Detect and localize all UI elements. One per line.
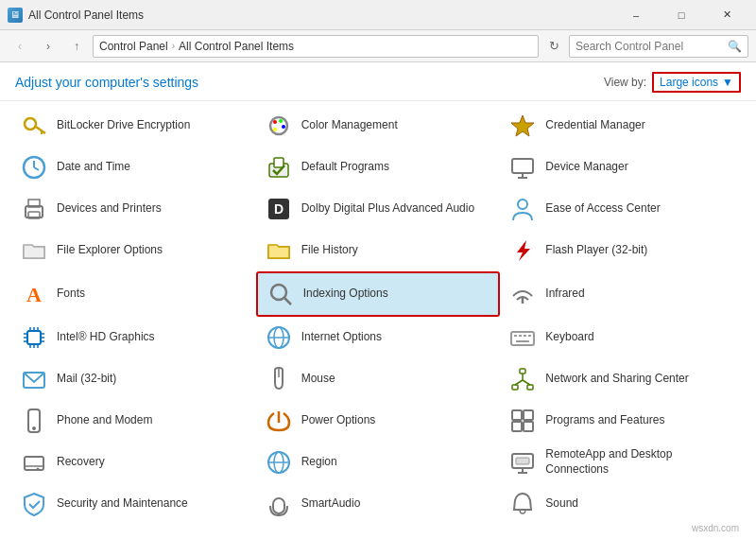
sound-icon (507, 489, 538, 519)
svg-point-4 (273, 120, 277, 124)
list-item[interactable]: Security and Maintenance (11, 483, 256, 525)
svg-rect-54 (527, 385, 533, 390)
svg-line-26 (284, 298, 291, 304)
list-item[interactable]: Internet Options (256, 317, 501, 358)
power-icon (264, 406, 294, 436)
list-item[interactable]: Infrared (500, 271, 745, 317)
items-container: BitLocker Drive EncryptionColor Manageme… (0, 101, 756, 539)
items-grid: BitLocker Drive EncryptionColor Manageme… (11, 105, 745, 525)
remoteapp-icon (507, 447, 538, 478)
breadcrumb-sep-1: › (172, 41, 175, 51)
list-item[interactable]: File Explorer Options (11, 230, 256, 271)
svg-rect-61 (512, 410, 522, 420)
refresh-button[interactable]: ↻ (542, 35, 565, 58)
list-item[interactable]: Sound (500, 483, 745, 525)
list-item[interactable]: Power Options (256, 400, 501, 442)
close-button[interactable]: ✕ (705, 0, 748, 30)
breadcrumb-controlpanel[interactable]: Control Panel (99, 40, 168, 53)
list-item[interactable]: Mail (32-bit) (11, 358, 256, 400)
svg-point-7 (273, 128, 277, 131)
list-item[interactable]: Color Management (256, 105, 501, 147)
devices-icon (19, 194, 49, 224)
list-item[interactable]: Intel® HD Graphics (11, 317, 256, 358)
svg-rect-28 (27, 331, 41, 344)
title-bar: 🖥 All Control Panel Items – □ ✕ (0, 0, 756, 30)
color-label: Color Management (301, 118, 398, 133)
mail-icon (19, 364, 49, 394)
minimize-button[interactable]: – (614, 0, 658, 30)
infrared-label: Infrared (545, 287, 584, 302)
mouse-label: Mouse (301, 372, 335, 387)
network-icon (507, 364, 538, 394)
fonts-label: Fonts (57, 287, 85, 302)
security-label: Security and Maintenance (57, 496, 188, 512)
list-item[interactable]: Credential Manager (500, 105, 745, 147)
recovery-icon (19, 447, 49, 478)
flashplayer-icon (507, 235, 538, 266)
power-label: Power Options (301, 413, 376, 428)
svg-marker-23 (517, 240, 530, 261)
list-item[interactable]: Phone and Modem (11, 400, 256, 442)
credential-label: Credential Manager (545, 118, 644, 133)
svg-rect-75 (273, 498, 284, 513)
list-item[interactable]: BitLocker Drive Encryption (11, 105, 256, 147)
search-input[interactable] (576, 40, 724, 53)
svg-point-67 (37, 468, 40, 471)
list-item[interactable]: File History (256, 230, 501, 271)
back-button[interactable]: ‹ (8, 34, 32, 59)
view-by-dropdown[interactable]: Large icons ▼ (652, 72, 741, 93)
ease-label: Ease of Access Center (545, 201, 660, 217)
list-item[interactable]: RemoteApp and Desktop Connections (500, 442, 745, 483)
mail-label: Mail (32-bit) (57, 372, 116, 387)
sound-label: Sound (545, 496, 578, 512)
list-item[interactable]: Mouse (256, 358, 501, 400)
security-icon (19, 489, 49, 519)
address-bar: Control Panel › All Control Panel Items (93, 35, 539, 58)
dolby-icon: D (264, 194, 294, 224)
svg-rect-65 (25, 457, 43, 470)
intelhd-icon (19, 322, 49, 353)
up-button[interactable]: ↑ (64, 34, 89, 59)
svg-line-56 (515, 380, 523, 385)
chevron-down-icon: ▼ (722, 76, 733, 89)
credential-icon (507, 111, 538, 141)
list-item[interactable]: Keyboard (500, 317, 745, 358)
list-item[interactable]: AFonts (11, 271, 256, 317)
list-item[interactable]: Indexing Options (256, 271, 501, 317)
list-item[interactable]: Date and Time (11, 147, 256, 188)
list-item[interactable]: Device Manager (500, 147, 745, 188)
list-item[interactable]: Programs and Features (500, 400, 745, 442)
ease-icon (507, 194, 538, 224)
svg-point-6 (282, 125, 285, 129)
region-icon (264, 447, 294, 478)
maximize-button[interactable]: □ (660, 0, 703, 30)
title-bar-left: 🖥 All Control Panel Items (8, 8, 144, 23)
page-title: Adjust your computer's settings (15, 75, 198, 90)
network-label: Network and Sharing Center (545, 372, 688, 387)
list-item[interactable]: Ease of Access Center (500, 188, 745, 230)
search-bar[interactable]: 🔍 (569, 35, 748, 58)
list-item[interactable]: Recovery (11, 442, 256, 483)
svg-rect-74 (516, 458, 529, 464)
svg-rect-44 (511, 332, 534, 345)
svg-line-11 (34, 167, 39, 170)
list-item[interactable]: Devices and Printers (11, 188, 256, 230)
region-label: Region (301, 455, 337, 470)
fonts-icon: A (19, 279, 49, 309)
bitlocker-label: BitLocker Drive Encryption (57, 118, 190, 133)
svg-marker-8 (511, 115, 534, 136)
list-item[interactable]: Flash Player (32-bit) (500, 230, 745, 271)
svg-rect-49 (516, 340, 529, 342)
indexing-label: Indexing Options (303, 287, 388, 302)
forward-button[interactable]: › (36, 34, 60, 59)
list-item[interactable]: Region (256, 442, 501, 483)
breadcrumb-allitems[interactable]: All Control Panel Items (179, 40, 294, 53)
internet-icon (264, 322, 294, 353)
list-item[interactable]: DDolby Digital Plus Advanced Audio (256, 188, 501, 230)
list-item[interactable]: Network and Sharing Center (500, 358, 745, 400)
list-item[interactable]: Default Programs (256, 147, 501, 188)
phone-label: Phone and Modem (57, 413, 152, 428)
indexing-icon (266, 279, 296, 309)
list-item[interactable]: SmartAudio (256, 483, 501, 525)
datetime-label: Date and Time (57, 160, 130, 175)
